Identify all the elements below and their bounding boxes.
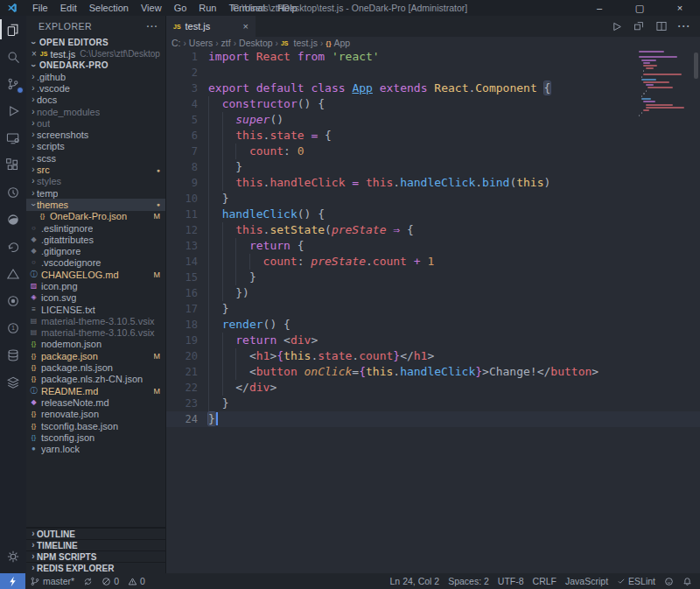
tree-file-.vscodeignore[interactable]: ○.vscodeignore bbox=[26, 257, 165, 269]
tree-file-.eslintignore[interactable]: ○.eslintignore bbox=[26, 222, 165, 234]
panel-outline[interactable]: ›OUTLINE bbox=[26, 528, 165, 539]
editor-scrollbar[interactable] bbox=[694, 53, 698, 79]
line-number[interactable]: 17 bbox=[166, 301, 198, 317]
menu-edit[interactable]: Edit bbox=[54, 2, 83, 14]
tree-file-package.nls.zh-CN.json[interactable]: {}package.nls.zh-CN.json bbox=[26, 374, 165, 385]
explorer-more-actions-icon[interactable]: ··· bbox=[147, 21, 159, 32]
tree-folder-styles[interactable]: ›styles bbox=[26, 176, 165, 187]
code-line-16[interactable]: 16}) bbox=[166, 285, 700, 301]
browser-icon[interactable] bbox=[0, 206, 26, 233]
database-icon[interactable] bbox=[0, 341, 26, 368]
language-mode[interactable]: JavaScript bbox=[561, 573, 612, 589]
tab-close-icon[interactable]: × bbox=[243, 21, 248, 32]
remote-indicator[interactable] bbox=[0, 573, 25, 589]
line-number[interactable]: 22 bbox=[166, 380, 198, 396]
minimize-button[interactable]: – bbox=[579, 0, 620, 16]
tree-file-.gitignore[interactable]: ◆.gitignore bbox=[26, 245, 165, 256]
breadcrumb-users[interactable]: Users bbox=[189, 38, 213, 48]
tree-file-material-theme-3.10.6.vsix[interactable]: ▤material-theme-3.10.6.vsix bbox=[26, 327, 165, 339]
eol[interactable]: CRLF bbox=[528, 573, 561, 589]
breadcrumb-app[interactable]: {}App bbox=[326, 38, 350, 48]
line-number[interactable]: 1 bbox=[166, 49, 198, 65]
line-number[interactable]: 18 bbox=[166, 317, 198, 333]
line-number[interactable]: 24 bbox=[166, 411, 198, 427]
indentation[interactable]: Spaces: 2 bbox=[444, 573, 494, 589]
tree-folder-docs[interactable]: ›docs bbox=[26, 95, 165, 106]
menu-go[interactable]: Go bbox=[168, 2, 193, 14]
line-number[interactable]: 9 bbox=[166, 175, 198, 191]
search-icon[interactable] bbox=[0, 43, 26, 70]
code-line-8[interactable]: 8} bbox=[166, 159, 700, 175]
tree-file-material-theme-3.10.5.vsix[interactable]: ▤material-theme-3.10.5.vsix bbox=[26, 315, 165, 326]
explorer-icon[interactable] bbox=[0, 16, 26, 43]
line-number[interactable]: 19 bbox=[166, 333, 198, 348]
line-number[interactable]: 23 bbox=[166, 396, 198, 411]
extensions-icon[interactable] bbox=[0, 151, 26, 179]
git-branch[interactable]: master* bbox=[25, 573, 79, 589]
panel-timeline[interactable]: ›TIMELINE bbox=[26, 539, 165, 550]
panel-npm-scripts[interactable]: ›NPM SCRIPTS bbox=[26, 550, 165, 562]
eslint[interactable]: ESLint bbox=[612, 573, 660, 589]
code-line-19[interactable]: 19return <div> bbox=[166, 333, 700, 348]
tree-file-yarn.lock[interactable]: ●yarn.lock bbox=[26, 444, 165, 455]
settings-gear-icon[interactable] bbox=[0, 543, 26, 570]
code-line-10[interactable]: 10} bbox=[166, 191, 700, 207]
line-number[interactable]: 2 bbox=[166, 65, 198, 81]
warnings[interactable]: 0 bbox=[123, 573, 150, 589]
tree-folder-.github[interactable]: ›.github bbox=[26, 71, 165, 82]
line-number[interactable]: 21 bbox=[166, 364, 198, 380]
menu-terminal[interactable]: Terminal bbox=[223, 2, 272, 14]
line-number[interactable]: 5 bbox=[166, 112, 198, 128]
triangle-icon[interactable] bbox=[0, 260, 26, 287]
code-line-12[interactable]: 12this.setState(preState ⇒ { bbox=[166, 222, 700, 238]
line-number[interactable]: 11 bbox=[166, 207, 198, 222]
run-debug-icon[interactable] bbox=[0, 97, 26, 124]
line-number[interactable]: 20 bbox=[166, 348, 198, 364]
code-line-22[interactable]: 22</div> bbox=[166, 380, 700, 396]
live-preview-icon[interactable] bbox=[0, 124, 26, 151]
line-number[interactable]: 7 bbox=[166, 144, 198, 159]
encoding[interactable]: UTF-8 bbox=[494, 573, 528, 589]
line-number[interactable]: 3 bbox=[166, 81, 198, 96]
tree-file-package.json[interactable]: {}package.jsonM bbox=[26, 350, 165, 361]
tree-file-LICENSE.txt[interactable]: ≡LICENSE.txt bbox=[26, 304, 165, 315]
tree-folder-themes[interactable]: ›themes● bbox=[26, 199, 165, 210]
more-actions-icon[interactable]: ··· bbox=[677, 19, 691, 33]
menu-selection[interactable]: Selection bbox=[83, 2, 135, 14]
tree-file-.gitattributes[interactable]: ◆.gitattributes bbox=[26, 234, 165, 245]
code-line-1[interactable]: 1import React from 'react' bbox=[166, 49, 700, 65]
tree-file-renovate.json[interactable]: {}renovate.json bbox=[26, 409, 165, 420]
minimap[interactable] bbox=[639, 51, 679, 118]
code-line-3[interactable]: 3export default class App extends React.… bbox=[166, 81, 700, 96]
menu-help[interactable]: Help bbox=[271, 2, 304, 14]
line-number[interactable]: 12 bbox=[166, 222, 198, 238]
tree-file-README.md[interactable]: ⓘREADME.mdM bbox=[26, 385, 165, 396]
code-line-21[interactable]: 21<button onClick={this.handleClick}>Cha… bbox=[166, 364, 700, 380]
tree-folder-src[interactable]: ›src● bbox=[26, 164, 165, 175]
code-line-15[interactable]: 15} bbox=[166, 270, 700, 285]
cursor-position[interactable]: Ln 24, Col 2 bbox=[386, 573, 444, 589]
menu-view[interactable]: View bbox=[135, 2, 168, 14]
tree-file-tsconfig.json[interactable]: {}tsconfig.json bbox=[26, 431, 165, 443]
tree-file-tsconfig.base.json[interactable]: {}tsconfig.base.json bbox=[26, 420, 165, 431]
maximize-button[interactable]: ▢ bbox=[620, 0, 660, 16]
line-number[interactable]: 8 bbox=[166, 159, 198, 175]
rerun-icon[interactable] bbox=[632, 19, 646, 33]
tree-folder-screenshots[interactable]: ›screenshots bbox=[26, 129, 165, 140]
code-line-11[interactable]: 11handleClick() { bbox=[166, 207, 700, 222]
tree-folder-scripts[interactable]: ›scripts bbox=[26, 141, 165, 152]
tree-folder-.vscode[interactable]: ›.vscode bbox=[26, 82, 165, 94]
code-line-20[interactable]: 20<h1>{this.state.count}</h1> bbox=[166, 348, 700, 364]
close-icon[interactable]: × bbox=[32, 49, 37, 59]
breadcrumb-ztf[interactable]: ztf bbox=[221, 38, 231, 48]
project-header[interactable]: › ONEDARK-PRO bbox=[26, 60, 165, 71]
numbered-circle-icon[interactable]: 1 bbox=[0, 314, 26, 341]
tab-testjs[interactable]: JS test.js × bbox=[166, 16, 256, 37]
history-arrow-icon[interactable] bbox=[0, 233, 26, 260]
tree-folder-out[interactable]: ›out bbox=[26, 117, 165, 129]
tree-file-icon.png[interactable]: ▨icon.png bbox=[26, 280, 165, 291]
code-line-4[interactable]: 4constructor() { bbox=[166, 96, 700, 112]
code-line-18[interactable]: 18render() { bbox=[166, 317, 700, 333]
notifications[interactable] bbox=[678, 573, 696, 589]
layers-icon[interactable] bbox=[0, 368, 26, 396]
